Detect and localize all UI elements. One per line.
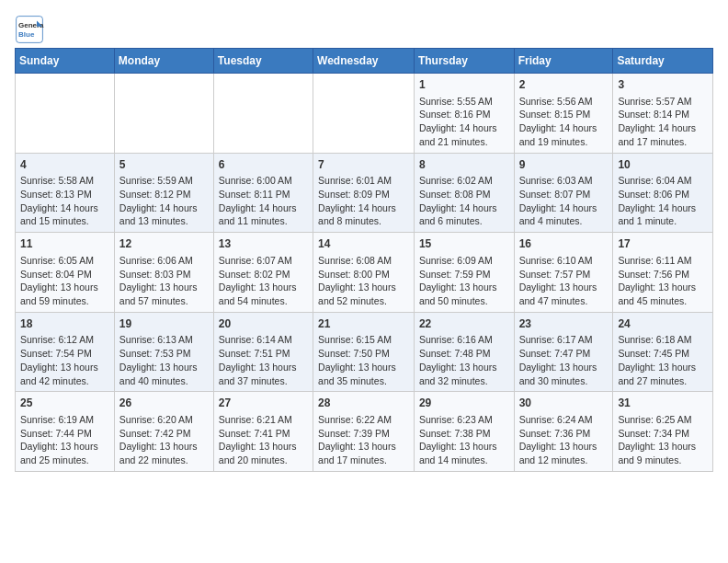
calendar-cell: 14Sunrise: 6:08 AMSunset: 8:00 PMDayligh… <box>313 233 415 313</box>
day-number: 31 <box>618 396 708 411</box>
day-info: Sunset: 7:50 PM <box>318 347 409 361</box>
day-info: Sunrise: 6:25 AM <box>618 413 708 427</box>
day-info: Sunrise: 6:15 AM <box>318 333 409 347</box>
day-info: Daylight: 14 hours <box>618 201 708 215</box>
day-number: 30 <box>519 396 609 411</box>
calendar-cell: 23Sunrise: 6:17 AMSunset: 7:47 PMDayligh… <box>514 312 613 392</box>
day-info: Sunset: 8:00 PM <box>318 268 409 282</box>
day-info: Sunset: 7:39 PM <box>318 427 409 441</box>
day-info: Sunrise: 6:20 AM <box>119 413 209 427</box>
day-info: Daylight: 13 hours <box>419 440 509 454</box>
day-info: Daylight: 14 hours <box>219 201 308 215</box>
week-row-3: 11Sunrise: 6:05 AMSunset: 8:04 PMDayligh… <box>16 233 713 313</box>
day-info: Sunset: 7:51 PM <box>219 347 308 361</box>
day-info: and 50 minutes. <box>419 294 509 308</box>
day-number: 28 <box>318 396 409 411</box>
day-info: Sunrise: 6:22 AM <box>318 413 409 427</box>
day-header-saturday: Saturday <box>613 49 713 74</box>
calendar-cell: 4Sunrise: 5:58 AMSunset: 8:13 PMDaylight… <box>16 153 115 233</box>
day-info: Daylight: 14 hours <box>419 121 509 135</box>
day-info: and 57 minutes. <box>119 294 209 308</box>
day-number: 19 <box>119 316 209 332</box>
day-info: Sunset: 7:41 PM <box>219 427 308 441</box>
day-info: Sunrise: 6:07 AM <box>219 254 308 268</box>
day-info: Sunset: 8:03 PM <box>119 268 209 282</box>
day-info: Sunrise: 6:17 AM <box>519 333 609 347</box>
logo-icon: General Blue <box>15 15 44 44</box>
calendar-cell: 24Sunrise: 6:18 AMSunset: 7:45 PMDayligh… <box>613 312 713 392</box>
day-header-sunday: Sunday <box>16 49 115 74</box>
day-info: Daylight: 14 hours <box>318 201 409 215</box>
day-info: Daylight: 13 hours <box>618 361 708 374</box>
day-info: Sunrise: 5:58 AM <box>20 174 109 188</box>
day-number: 14 <box>318 236 409 252</box>
day-info: and 4 minutes. <box>519 214 609 228</box>
day-header-friday: Friday <box>514 49 613 74</box>
day-info: Sunrise: 6:04 AM <box>618 174 708 188</box>
day-info: Sunrise: 6:08 AM <box>318 254 409 268</box>
day-number: 20 <box>219 316 308 332</box>
calendar-cell: 18Sunrise: 6:12 AMSunset: 7:54 PMDayligh… <box>16 312 115 392</box>
calendar-cell <box>313 74 415 154</box>
calendar-cell: 10Sunrise: 6:04 AMSunset: 8:06 PMDayligh… <box>613 153 713 233</box>
day-number: 22 <box>419 316 509 332</box>
day-header-monday: Monday <box>114 49 213 74</box>
day-info: Sunrise: 6:06 AM <box>119 254 209 268</box>
day-number: 15 <box>419 236 509 252</box>
day-info: Sunset: 7:54 PM <box>20 347 109 361</box>
day-info: Sunrise: 5:59 AM <box>119 174 209 188</box>
day-number: 11 <box>20 236 109 252</box>
day-info: Sunset: 7:47 PM <box>519 347 609 361</box>
calendar-cell: 22Sunrise: 6:16 AMSunset: 7:48 PMDayligh… <box>414 312 514 392</box>
calendar-cell: 7Sunrise: 6:01 AMSunset: 8:09 PMDaylight… <box>313 153 415 233</box>
day-info: Sunset: 7:59 PM <box>419 268 509 282</box>
day-info: Sunrise: 6:11 AM <box>618 254 708 268</box>
calendar-cell: 3Sunrise: 5:57 AMSunset: 8:14 PMDaylight… <box>613 74 713 154</box>
day-number: 4 <box>20 157 109 173</box>
day-info: Daylight: 13 hours <box>219 361 308 374</box>
day-number: 13 <box>219 236 308 252</box>
day-info: Daylight: 14 hours <box>618 121 708 135</box>
day-info: Sunset: 8:02 PM <box>219 268 308 282</box>
day-info: Daylight: 14 hours <box>519 121 609 135</box>
calendar-cell: 27Sunrise: 6:21 AMSunset: 7:41 PMDayligh… <box>213 392 313 472</box>
calendar-cell: 1Sunrise: 5:55 AMSunset: 8:16 PMDaylight… <box>414 74 514 154</box>
calendar-cell: 28Sunrise: 6:22 AMSunset: 7:39 PMDayligh… <box>313 392 415 472</box>
day-info: and 22 minutes. <box>119 454 209 467</box>
day-number: 8 <box>419 157 509 173</box>
day-info: Daylight: 13 hours <box>519 361 609 374</box>
week-row-4: 18Sunrise: 6:12 AMSunset: 7:54 PMDayligh… <box>16 312 713 392</box>
day-info: Sunset: 7:53 PM <box>119 347 209 361</box>
day-info: and 35 minutes. <box>318 374 409 388</box>
day-number: 5 <box>119 157 209 173</box>
day-info: Sunrise: 6:18 AM <box>618 333 708 347</box>
day-info: Sunrise: 6:23 AM <box>419 413 509 427</box>
day-info: Sunset: 7:42 PM <box>119 427 209 441</box>
day-info: Sunset: 8:07 PM <box>519 188 609 201</box>
day-info: Daylight: 13 hours <box>318 281 409 294</box>
day-info: Daylight: 13 hours <box>219 440 308 454</box>
day-number: 23 <box>519 316 609 332</box>
day-info: Sunrise: 6:12 AM <box>20 333 109 347</box>
day-info: Daylight: 14 hours <box>20 201 109 215</box>
day-number: 26 <box>119 396 209 411</box>
day-info: Sunset: 8:14 PM <box>618 108 708 121</box>
day-info: Sunset: 8:08 PM <box>419 188 509 201</box>
calendar-cell: 16Sunrise: 6:10 AMSunset: 7:57 PMDayligh… <box>514 233 613 313</box>
day-number: 16 <box>519 236 609 252</box>
day-info: and 12 minutes. <box>519 454 609 467</box>
day-info: Sunrise: 6:01 AM <box>318 174 409 188</box>
day-info: Sunrise: 6:09 AM <box>419 254 509 268</box>
day-number: 7 <box>318 157 409 173</box>
day-info: and 19 minutes. <box>519 135 609 149</box>
day-info: Sunset: 7:45 PM <box>618 347 708 361</box>
day-info: Sunrise: 6:14 AM <box>219 333 308 347</box>
calendar-cell: 2Sunrise: 5:56 AMSunset: 8:15 PMDaylight… <box>514 74 613 154</box>
calendar-cell: 31Sunrise: 6:25 AMSunset: 7:34 PMDayligh… <box>613 392 713 472</box>
day-number: 10 <box>618 157 708 173</box>
week-row-2: 4Sunrise: 5:58 AMSunset: 8:13 PMDaylight… <box>16 153 713 233</box>
day-info: Daylight: 14 hours <box>119 201 209 215</box>
svg-text:Blue: Blue <box>18 30 35 39</box>
day-info: and 45 minutes. <box>618 294 708 308</box>
day-info: and 30 minutes. <box>519 374 609 388</box>
